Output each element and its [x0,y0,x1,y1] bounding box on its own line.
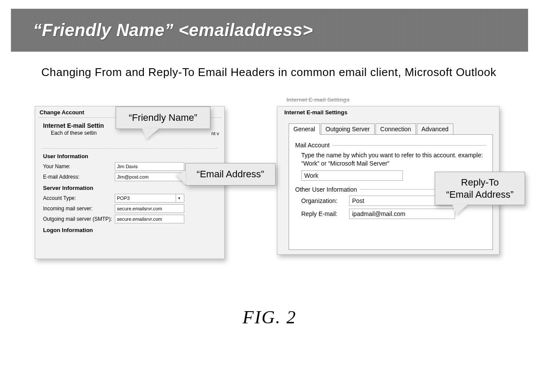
callout-reply-line1: Reply-To [439,176,521,189]
tab-outgoing-server[interactable]: Outgoing Server [321,123,375,135]
section-subheading: Each of these settin [38,130,112,140]
callout-friendly-name: “Friendly Name” [116,106,210,129]
reply-email-field[interactable]: ipadmail@mail.com [349,209,455,219]
email-field[interactable]: Jim@post.com [115,173,184,181]
your-name-label: Your Name: [43,163,115,169]
outgoing-label: Outgoing mail server (SMTP): [43,216,115,222]
account-type-select[interactable]: POP3 ▾ [115,194,184,203]
page-caption: Changing From and Reply-To Email Headers… [41,65,513,80]
account-type-value: POP3 [117,194,130,202]
callout-reply-line2: “Email Address” [439,189,521,201]
chevron-down-icon[interactable]: ▾ [176,194,182,202]
incoming-label: Incoming mail server: [43,206,115,212]
group-user-info: User Information [38,150,222,161]
section-heading: Internet E-mail Settin [38,120,112,130]
reply-email-label: Reply E-mail: [301,210,349,217]
tab-general[interactable]: General [289,123,320,135]
change-account-dialog: Change Account Internet E-mail Settin Ea… [35,106,225,259]
legend-mail-account: Mail Account [295,142,329,149]
banner-title: “Friendly Name” <emailaddress> [33,20,515,40]
callout-email-text: “Email Address” [196,169,264,179]
internet-email-settings-dialog: Internet E-mail Settings General Outgoin… [277,106,499,255]
account-type-label: Account Type: [43,195,115,201]
tab-advanced[interactable]: Advanced [417,123,453,135]
callout-reply-to: Reply-To “Email Address” [435,172,525,205]
callout-email-address: “Email Address” [185,163,276,186]
legend-other-user-info: Other User Information [295,186,357,193]
window-title: Internet E-mail Settings [277,106,499,117]
title-banner: “Friendly Name” <emailaddress> [11,9,528,52]
mail-account-desc: Type the name by which you want to refer… [301,151,486,168]
incoming-field[interactable]: secure.emailsrvr.com [115,204,184,213]
clipped-text: nt v [211,131,219,136]
tab-connection[interactable]: Connection [376,123,416,135]
outgoing-field[interactable]: secure.emailsrvr.com [115,215,184,223]
group-logon-info: Logon Information [38,224,222,235]
mail-account-name-field[interactable]: Work [301,170,403,181]
tab-strip: General Outgoing Server Connection Advan… [289,123,493,135]
ghost-window-title: Internet E-mail Settings [286,96,349,103]
callout-friendly-text: “Friendly Name” [129,112,197,123]
email-label: E-mail Address: [43,174,115,180]
organization-label: Organization: [301,197,349,204]
panels-row: Change Account Internet E-mail Settin Ea… [35,106,517,259]
figure-label: FIG. 2 [0,307,539,328]
your-name-field[interactable]: Jim Davis [115,162,184,171]
